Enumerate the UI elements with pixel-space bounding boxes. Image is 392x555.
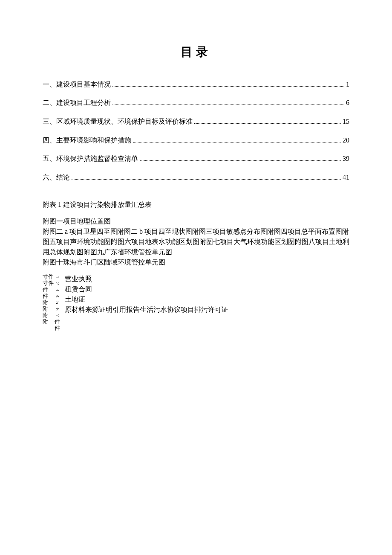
appendix-figure-line: 附图二 a 项目卫星四至图附图二 b 项目四至现状图附图三项目敏感点分布图附图四… bbox=[43, 227, 349, 257]
attachment-marker: 件 bbox=[43, 293, 54, 299]
toc-dots bbox=[72, 179, 341, 180]
toc-item: 四、主要环境影响和保护措施 20 bbox=[43, 135, 349, 146]
attachments-labels-col2: 1 2 3 4 5 6 7 件 件 bbox=[55, 274, 61, 331]
toc-label: 一、建设项目基本情况 bbox=[43, 79, 111, 90]
attachment-marker: 附 bbox=[43, 306, 54, 312]
appendix-figure-line: 附图十珠海市斗门区陆域环境管控单元图 bbox=[43, 257, 349, 267]
toc-dots bbox=[112, 105, 344, 105]
attachment-item: 租赁合同 bbox=[65, 284, 228, 294]
toc-page: 20 bbox=[343, 135, 349, 146]
toc-label: 二、建设项目工程分析 bbox=[43, 97, 111, 108]
attachment-num: 6 bbox=[55, 306, 61, 312]
toc-label: 三、区域环境质量现状、环境保护目标及评价标准 bbox=[43, 116, 193, 127]
attachments-labels-col1: 寸件 寸件 件 件 附 附 附 附 bbox=[43, 274, 54, 325]
attachment-num: 7 bbox=[55, 312, 61, 318]
appendix-figure-line: 附图一项目地理位置图 bbox=[43, 216, 349, 227]
toc-page: 6 bbox=[346, 97, 349, 108]
toc-item: 二、建设项目工程分析 6 bbox=[43, 97, 349, 108]
attachment-marker: 件 bbox=[55, 319, 61, 325]
toc-item: 一、建设项目基本情况 1 bbox=[43, 79, 349, 90]
appendix-section: 附表 1 建设项目污染物排放量汇总表 附图一项目地理位置图 附图二 a 项目卫星… bbox=[43, 200, 349, 331]
toc-item: 六、结论 41 bbox=[43, 172, 349, 183]
attachment-marker: 附 bbox=[43, 312, 54, 319]
attachments-content: 营业执照 租赁合同 土地证 原材料来源证明引用报告生活污水协议项目排污许可证 bbox=[65, 274, 228, 315]
attachment-marker: 件 bbox=[55, 325, 61, 331]
toc-dots bbox=[140, 160, 341, 161]
toc-dots bbox=[194, 123, 341, 124]
toc-label: 六、结论 bbox=[43, 172, 70, 183]
toc-item: 三、区域环境质量现状、环境保护目标及评价标准 15 bbox=[43, 116, 349, 127]
attachment-marker: 寸件 bbox=[43, 280, 54, 287]
toc-page: 1 bbox=[346, 79, 349, 90]
attachment-num: 1 bbox=[55, 274, 61, 280]
attachment-item: 土地证 bbox=[65, 294, 228, 305]
toc-label: 四、主要环境影响和保护措施 bbox=[43, 135, 131, 146]
attachment-num: 5 bbox=[55, 300, 61, 306]
attachment-num: 2 bbox=[55, 281, 61, 287]
attachment-marker: 寸件 bbox=[43, 274, 54, 280]
attachments-block: 寸件 寸件 件 件 附 附 附 附 1 2 3 4 5 6 7 件 件 营业执照… bbox=[43, 274, 349, 331]
appendix-figures-block: 附图一项目地理位置图 附图二 a 项目卫星四至图附图二 b 项目四至现状图附图三… bbox=[43, 216, 349, 267]
attachment-item: 营业执照 bbox=[65, 274, 228, 284]
toc-label: 五、环境保护措施监督检查清单 bbox=[43, 153, 138, 164]
table-of-contents: 一、建设项目基本情况 1 二、建设项目工程分析 6 三、区域环境质量现状、环境保… bbox=[43, 79, 349, 183]
toc-page: 41 bbox=[343, 172, 349, 183]
toc-page: 39 bbox=[343, 153, 349, 164]
toc-page: 15 bbox=[343, 116, 349, 127]
page-title: 目录 bbox=[43, 43, 349, 62]
appendix-table-label: 附表 1 建设项目污染物排放量汇总表 bbox=[43, 200, 349, 210]
attachment-marker: 附 bbox=[43, 299, 54, 306]
attachment-marker: 件 bbox=[43, 287, 54, 293]
attachment-marker: 附 bbox=[43, 319, 54, 325]
attachment-num: 4 bbox=[55, 293, 61, 299]
attachment-item: 原材料来源证明引用报告生活污水协议项目排污许可证 bbox=[65, 305, 228, 315]
attachment-num: 3 bbox=[55, 287, 61, 293]
toc-dots bbox=[133, 142, 341, 142]
toc-item: 五、环境保护措施监督检查清单 39 bbox=[43, 153, 349, 164]
toc-dots bbox=[112, 86, 344, 87]
